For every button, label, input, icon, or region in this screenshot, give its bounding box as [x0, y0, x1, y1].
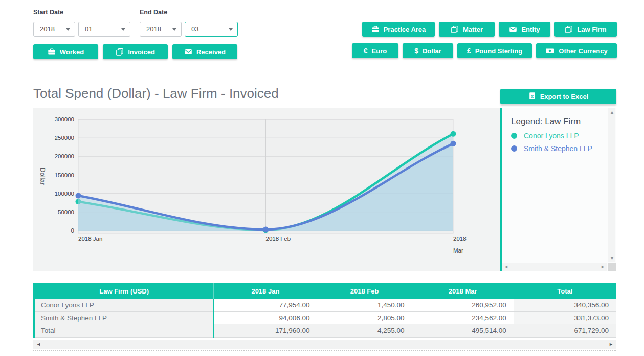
svg-text:2018 Jan: 2018 Jan: [78, 236, 102, 242]
legend-vertical-scrollbar[interactable]: ▲ ▼: [608, 108, 615, 262]
table-total-row: Total171,960.004,255.00495,514.00671,729…: [34, 324, 616, 337]
end-year-value: 2018: [146, 25, 161, 33]
copy-icon: [116, 48, 124, 56]
button-label: Pound Sterling: [475, 47, 522, 55]
amount-cell: 260,952.00: [412, 299, 514, 311]
amount-cell: 2,805.00: [317, 311, 412, 324]
table-row: Smith & Stephen LLP94,006.002,805.00234,…: [34, 311, 616, 324]
export-button-label: Export to Excel: [540, 93, 589, 100]
button-label: Practice Area: [384, 26, 426, 33]
amount-cell: 331,373.00: [514, 311, 616, 324]
chart-legend-panel: Legend: Law Firm Conor Lyons LLPSmith & …: [500, 108, 616, 271]
copy-icon: [565, 25, 573, 33]
scroll-right-icon[interactable]: ►: [601, 265, 605, 269]
svg-text:Dollar: Dollar: [39, 167, 47, 185]
button-label: Worked: [60, 48, 84, 56]
start-year-select[interactable]: 2018: [33, 22, 75, 37]
amount-cell: 234,562.00: [412, 311, 514, 324]
dollar-icon: $: [414, 47, 418, 54]
chevron-down-icon: [121, 28, 125, 31]
filter-invoiced-button[interactable]: Invoiced: [103, 44, 168, 59]
scrollbar-corner: [608, 263, 616, 271]
table-horizontal-scrollbar[interactable]: ◄ ►: [33, 340, 616, 349]
button-label: Other Currency: [559, 47, 607, 55]
page-edge-divider: [33, 350, 616, 351]
svg-text:150000: 150000: [55, 172, 74, 178]
svg-text:0: 0: [71, 227, 74, 234]
table-header-row: Law Firm (USD)2018 Jan2018 Feb2018 MarTo…: [34, 283, 616, 299]
euro-icon: €: [364, 47, 368, 54]
button-label: Received: [196, 48, 226, 56]
svg-text:300000: 300000: [55, 116, 74, 122]
svg-text:Mar: Mar: [453, 247, 463, 254]
start-date-label: Start Date: [33, 9, 63, 16]
scroll-left-icon[interactable]: ◄: [36, 342, 41, 347]
scroll-left-icon[interactable]: ◄: [504, 265, 508, 269]
scroll-right-icon[interactable]: ►: [609, 342, 613, 347]
amount-cell: 171,960.00: [214, 324, 317, 337]
legend-item-label: Smith & Stephen LLP: [524, 144, 592, 153]
amount-cell: 340,356.00: [514, 299, 616, 311]
group-law-firm-button[interactable]: Law Firm: [554, 22, 617, 37]
end-month-select[interactable]: 03: [185, 22, 238, 37]
button-label: Dollar: [423, 47, 441, 55]
svg-text:2018 Feb: 2018 Feb: [266, 236, 291, 242]
page-title: Total Spend (Dollar) - Law Firm - Invoic…: [33, 86, 279, 101]
button-label: Matter: [463, 26, 483, 33]
row-label-cell: Conor Lyons LLP: [34, 299, 214, 311]
legend-horizontal-scrollbar[interactable]: ◄ ►: [502, 263, 607, 271]
briefcase-icon: [371, 25, 380, 33]
filter-worked-button[interactable]: Worked: [33, 44, 98, 59]
currency-other-currency-button[interactable]: Other Currency: [536, 43, 617, 58]
group-practice-area-button[interactable]: Practice Area: [362, 22, 435, 37]
table-header-cell: 2018 Feb: [317, 283, 412, 299]
scroll-up-icon[interactable]: ▲: [610, 110, 614, 115]
row-label-cell: Total: [34, 324, 214, 337]
start-year-value: 2018: [40, 25, 55, 33]
excel-file-icon: x: [528, 92, 536, 101]
table-row: Conor Lyons LLP77,954.001,450.00260,952.…: [34, 299, 616, 311]
filter-received-button[interactable]: Received: [172, 44, 237, 59]
end-date-label: End Date: [140, 9, 167, 16]
table-header-cell: Law Firm (USD): [34, 283, 214, 299]
end-year-select[interactable]: 2018: [140, 22, 182, 37]
start-month-select[interactable]: 01: [78, 22, 130, 37]
briefcase-icon: [48, 48, 56, 56]
legend-item-conor-lyons[interactable]: Conor Lyons LLP: [511, 132, 579, 140]
row-label-cell: Smith & Stephen LLP: [34, 311, 214, 324]
svg-text:200000: 200000: [55, 153, 74, 159]
legend-item-smith-stephen[interactable]: Smith & Stephen LLP: [511, 144, 592, 153]
svg-text:50000: 50000: [58, 209, 74, 215]
group-entity-button[interactable]: Entity: [499, 22, 550, 37]
button-label: Law Firm: [577, 26, 606, 33]
legend-item-label: Conor Lyons LLP: [524, 132, 579, 140]
grouping-button-group: Practice AreaMatterEntityLaw Firm: [362, 22, 617, 37]
table-header-cell: 2018 Jan: [214, 283, 317, 299]
svg-text:2018: 2018: [453, 236, 467, 242]
legend-title: Legend: Law Firm: [511, 117, 581, 127]
button-label: Invoiced: [128, 48, 155, 56]
scroll-down-icon[interactable]: ▼: [610, 256, 614, 261]
currency-button-group: €Euro$Dollar£Pound SterlingOther Currenc…: [352, 43, 617, 58]
svg-text:250000: 250000: [55, 135, 74, 141]
currency-euro-button[interactable]: €Euro: [352, 43, 398, 58]
amount-cell: 94,006.00: [214, 311, 317, 324]
spend-summary-table: Law Firm (USD)2018 Jan2018 Feb2018 MarTo…: [33, 283, 616, 338]
svg-text:x: x: [531, 94, 534, 99]
envelope-icon: [509, 25, 517, 33]
pound-icon: £: [467, 47, 471, 54]
legal-spend-dashboard: Start Date End Date 2018 01 2018 03 Work…: [0, 0, 644, 356]
amount-cell: 77,954.00: [214, 299, 317, 311]
chevron-down-icon: [172, 28, 176, 31]
spend-chart: 0500001000001500002000002500003000002018…: [33, 108, 500, 271]
start-month-value: 01: [85, 25, 92, 33]
legend-series-dot-icon: [511, 133, 517, 139]
currency-pound-sterling-button[interactable]: £Pound Sterling: [457, 43, 532, 58]
envelope-icon: [184, 48, 192, 56]
button-label: Entity: [521, 26, 540, 33]
group-matter-button[interactable]: Matter: [439, 22, 495, 37]
svg-text:100000: 100000: [55, 191, 74, 197]
end-month-value: 03: [191, 25, 198, 33]
export-to-excel-button[interactable]: x Export to Excel: [500, 89, 616, 104]
currency-dollar-button[interactable]: $Dollar: [403, 43, 453, 58]
